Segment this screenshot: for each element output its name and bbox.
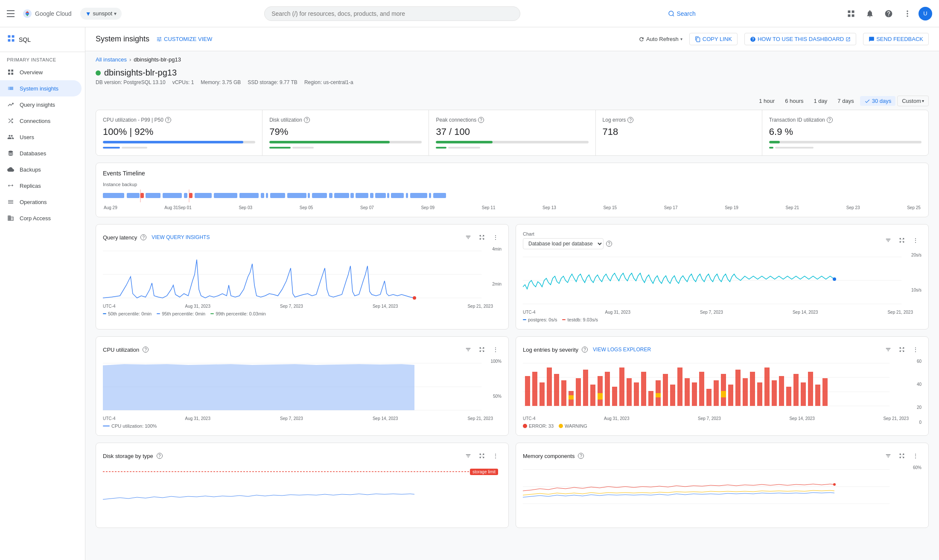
notifications-icon[interactable] <box>862 6 878 21</box>
sidebar-item-query-insights[interactable]: Query insights <box>0 96 82 113</box>
sidebar-item-overview[interactable]: Overview <box>0 64 82 80</box>
svg-rect-36 <box>356 193 368 198</box>
metric-label-cpu: CPU utilization - P99 | P50 ? <box>103 117 255 123</box>
charts-row-2: CPU utilization ? ⋮ 100% 50% <box>96 336 929 436</box>
disk-expand-icon[interactable] <box>476 450 488 462</box>
cpu-filter-icon[interactable] <box>462 344 474 356</box>
log-entries-card: Log entries by severity ? VIEW LOGS EXPL… <box>516 336 929 436</box>
time-1day[interactable]: 1 day <box>810 96 832 106</box>
cpu-utilization-help-icon[interactable]: ? <box>143 347 149 353</box>
log-filter-icon[interactable] <box>882 344 894 356</box>
query-latency-expand-icon[interactable] <box>476 231 488 243</box>
disk-storage-help-icon[interactable]: ? <box>157 453 163 459</box>
query-latency-svg <box>103 247 502 302</box>
query-latency-help-icon[interactable]: ? <box>140 234 146 240</box>
svg-rect-4 <box>848 14 851 17</box>
memory-more-icon[interactable]: ⋮ <box>910 450 922 462</box>
disk-more-icon[interactable]: ⋮ <box>490 450 502 462</box>
svg-rect-86 <box>670 385 675 406</box>
backups-icon <box>7 166 15 173</box>
copy-link-button[interactable]: COPY LINK <box>689 33 738 45</box>
svg-rect-66 <box>547 368 552 406</box>
cpu-svg <box>103 359 502 414</box>
sidebar-item-replicas[interactable]: Replicas <box>0 178 82 194</box>
customize-view-button[interactable]: CUSTOMIZE VIEW <box>156 36 212 42</box>
events-timeline-section: Events Timeline Instance backup <box>96 163 929 217</box>
sidebar-label-users: Users <box>20 134 34 140</box>
log-errors-help-icon[interactable]: ? <box>627 117 633 123</box>
query-latency-filter-icon[interactable] <box>462 231 474 243</box>
project-selector[interactable]: ▼ sunspot ▾ <box>80 8 122 20</box>
view-query-insights-link[interactable]: VIEW QUERY INSIGHTS <box>152 234 210 240</box>
cpu-more-icon[interactable]: ⋮ <box>490 344 502 356</box>
memory-help-icon[interactable]: ? <box>578 453 584 459</box>
metric-label-log-errors: Log errors ? <box>603 117 755 123</box>
svg-rect-89 <box>692 382 697 406</box>
connections-help-icon[interactable]: ? <box>478 117 484 123</box>
sidebar-item-system-insights[interactable]: System insights <box>0 80 82 96</box>
search-input[interactable] <box>264 6 520 21</box>
svg-rect-102 <box>779 376 784 406</box>
database-load-more-icon[interactable]: ⋮ <box>910 234 922 246</box>
legend-99th: 99th percentile: 0.03min <box>210 311 265 316</box>
cpu-help-icon[interactable]: ? <box>165 117 171 123</box>
cpu-expand-icon[interactable] <box>476 344 488 356</box>
query-latency-title: Query latency <box>103 234 137 241</box>
log-more-icon[interactable]: ⋮ <box>910 344 922 356</box>
sidebar-item-connections[interactable]: Connections <box>0 113 82 129</box>
disk-help-icon[interactable]: ? <box>304 117 310 123</box>
search-button[interactable]: Search <box>663 7 700 20</box>
send-feedback-button[interactable]: SEND FEEDBACK <box>863 33 929 45</box>
more-icon[interactable] <box>900 6 915 21</box>
google-cloud-logo: Google Cloud <box>22 9 72 19</box>
time-6hours[interactable]: 6 hours <box>781 96 808 106</box>
time-1hour[interactable]: 1 hour <box>755 96 779 106</box>
sidebar-item-corp-access[interactable]: Corp Access <box>0 210 82 226</box>
avatar[interactable]: U <box>919 7 932 20</box>
sidebar-label-system-insights: System insights <box>20 85 58 92</box>
memory-expand-icon[interactable] <box>896 450 908 462</box>
time-7days[interactable]: 7 days <box>833 96 858 106</box>
apps-icon[interactable] <box>843 6 859 21</box>
instance-name: dbinsights-blr-pg13 <box>96 68 929 78</box>
memory-filter-icon[interactable] <box>882 450 894 462</box>
how-to-use-button[interactable]: HOW TO USE THIS DASHBOARD <box>744 33 856 45</box>
view-logs-explorer-link[interactable]: VIEW LOGS EXPLORER <box>593 347 651 353</box>
breadcrumb-all-instances[interactable]: All instances <box>96 56 127 63</box>
database-load-select[interactable]: Database load per database <box>523 238 604 249</box>
auto-refresh-button[interactable]: Auto Refresh ▾ <box>639 36 682 42</box>
database-load-expand-icon[interactable] <box>896 234 908 246</box>
page-title: System insights <box>96 35 149 44</box>
svg-rect-34 <box>334 193 349 198</box>
svg-rect-39 <box>387 193 389 198</box>
svg-rect-74 <box>598 376 603 406</box>
memory-components-actions: ⋮ <box>882 450 922 462</box>
operations-icon <box>7 198 15 206</box>
help-icon[interactable] <box>881 6 896 21</box>
disk-filter-icon[interactable] <box>462 450 474 462</box>
log-expand-icon[interactable] <box>896 344 908 356</box>
metric-bar-txn <box>769 141 922 143</box>
menu-icon[interactable] <box>7 9 17 19</box>
sidebar-label-connections: Connections <box>20 118 50 124</box>
sidebar-label-databases: Databases <box>20 150 46 157</box>
log-entries-help-icon[interactable]: ? <box>582 347 588 353</box>
svg-rect-108 <box>822 378 828 406</box>
txn-help-icon[interactable]: ? <box>827 117 833 123</box>
sidebar-item-operations[interactable]: Operations <box>0 194 82 210</box>
svg-rect-95 <box>728 385 733 406</box>
svg-rect-97 <box>743 378 748 406</box>
memory-components-card: Memory components ? ⋮ 60% <box>516 443 929 528</box>
sidebar-item-backups[interactable]: Backups <box>0 161 82 178</box>
time-30days[interactable]: 30 days <box>860 96 896 106</box>
time-custom[interactable]: Custom ▾ <box>897 96 929 106</box>
sidebar-item-databases[interactable]: Databases <box>0 145 82 161</box>
customize-view-label: CUSTOMIZE VIEW <box>164 36 212 42</box>
cpu-y-max: 100% <box>490 359 502 364</box>
query-latency-more-icon[interactable]: ⋮ <box>490 231 502 243</box>
database-load-filter-icon[interactable] <box>882 234 894 246</box>
query-latency-card: Query latency ? VIEW QUERY INSIGHTS ⋮ <box>96 224 509 330</box>
svg-rect-78 <box>619 368 624 406</box>
database-load-help-icon[interactable]: ? <box>606 241 612 247</box>
sidebar-item-users[interactable]: Users <box>0 129 82 145</box>
